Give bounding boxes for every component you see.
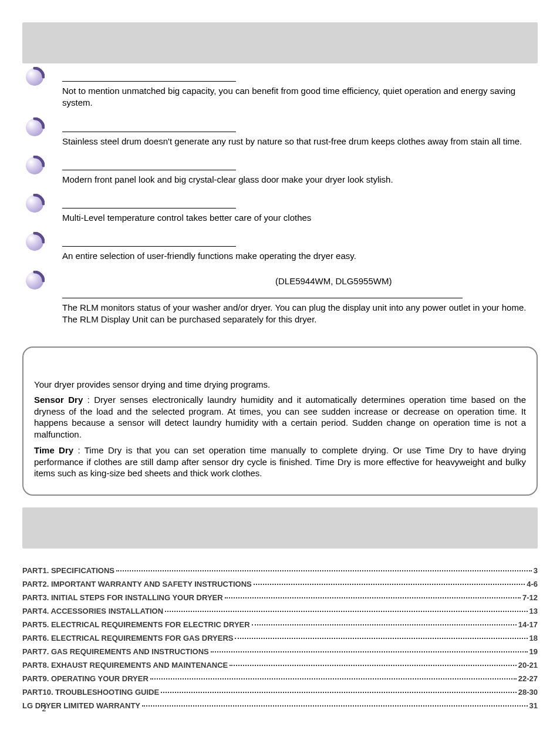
feature-body: Stainless steel drum doesn't generate an…: [62, 136, 538, 147]
toc-page: 13: [529, 607, 538, 615]
toc-page: 3: [534, 566, 538, 575]
toc-row: PART9. OPERATING YOUR DRYER22-27: [22, 674, 538, 683]
feature-row: Modern front panel look and big crystal-…: [62, 156, 538, 194]
toc-section-bar: [22, 507, 538, 549]
toc-page: 20-21: [518, 661, 538, 670]
toc-row: PART1. SPECIFICATIONS3: [22, 566, 538, 575]
drying-intro: Your dryer provides sensor drying and ti…: [34, 379, 526, 389]
sensor-dry-lead: Sensor Dry: [34, 395, 83, 405]
table-of-contents: PART1. SPECIFICATIONS3PART2. IMPORTANT W…: [22, 566, 538, 710]
toc-row: PART10. TROUBLESHOOTING GUIDE28-30: [22, 688, 538, 697]
bullet-icon: [25, 271, 45, 291]
toc-label: PART5. ELECTRICAL REQUIREMENTS FOR ELECT…: [22, 620, 250, 629]
feature-title-underline: [62, 72, 236, 82]
toc-row: LG DRYER LIMITED WARRANTY31: [22, 701, 538, 710]
features-list: Not to mention unmatched big capacity, y…: [22, 67, 538, 336]
bullet-icon: [25, 232, 45, 252]
time-dry-lead: Time Dry: [34, 445, 73, 455]
toc-page: 28-30: [518, 688, 538, 697]
feature-row: (DLE5944WM, DLG5955WM)The RLM monitors s…: [62, 271, 538, 334]
feature-body: Not to mention unmatched big capacity, y…: [62, 85, 538, 109]
bullet-icon: [25, 194, 45, 214]
toc-row: PART7. GAS REQUIREMENTS AND INSTRUCTIONS…: [22, 647, 538, 656]
toc-page: 7-12: [522, 593, 538, 602]
toc-page: 14-17: [518, 620, 538, 629]
features-section-bar: [22, 22, 538, 63]
feature-body: The RLM monitors status of your washer a…: [62, 302, 538, 326]
time-dry-body: : Time Dry is that you can set operation…: [34, 445, 526, 478]
toc-leader-dots: [161, 692, 517, 693]
drying-programs-box: Your dryer provides sensor drying and ti…: [22, 347, 538, 496]
toc-label: PART7. GAS REQUIREMENTS AND INSTRUCTIONS: [22, 647, 209, 656]
toc-label: PART1. SPECIFICATIONS: [22, 566, 114, 575]
toc-row: PART3. INITIAL STEPS FOR INSTALLING YOUR…: [22, 593, 538, 602]
feature-title-underline: [62, 288, 463, 298]
drying-sensor-para: Sensor Dry : Dryer senses electronically…: [34, 394, 526, 440]
sensor-dry-body: : Dryer senses electronically laundry hu…: [34, 395, 526, 439]
toc-page: 19: [529, 647, 538, 656]
toc-leader-dots: [254, 584, 525, 585]
page-number: 2: [42, 704, 46, 714]
toc-page: 22-27: [518, 674, 538, 683]
toc-page: 4-6: [527, 580, 538, 588]
toc-leader-dots: [225, 597, 521, 598]
feature-title-underline: [62, 122, 236, 132]
bullet-icon: [25, 67, 45, 87]
toc-leader-dots: [211, 651, 528, 652]
toc-row: PART4. ACCESSORIES INSTALLATION13: [22, 607, 538, 615]
toc-leader-dots: [252, 624, 517, 625]
feature-title-underline: [62, 160, 236, 170]
toc-leader-dots: [230, 665, 516, 666]
feature-body: An entire selection of user-friendly fun…: [62, 250, 538, 262]
feature-row: Stainless steel drum doesn't generate an…: [62, 117, 538, 156]
toc-row: PART8. EXHAUST REQUIREMENTS AND MAINTENA…: [22, 661, 538, 670]
drying-time-para: Time Dry : Time Dry is that you can set …: [34, 445, 526, 479]
feature-row: Multi-Level temperature control takes be…: [62, 194, 538, 232]
bullet-icon: [25, 156, 45, 176]
feature-body: Modern front panel look and big crystal-…: [62, 174, 538, 186]
toc-label: LG DRYER LIMITED WARRANTY: [22, 701, 140, 710]
toc-leader-dots: [142, 705, 528, 707]
toc-row: PART6. ELECTRICAL REQUIREMENTS FOR GAS D…: [22, 634, 538, 642]
feature-title-underline: [62, 237, 236, 247]
toc-leader-dots: [235, 638, 527, 639]
toc-page: 18: [529, 634, 538, 642]
feature-row: Not to mention unmatched big capacity, y…: [62, 67, 538, 117]
bullet-icon: [25, 117, 45, 137]
toc-leader-dots: [150, 678, 517, 679]
feature-title-underline: [62, 199, 236, 208]
feature-row: An entire selection of user-friendly fun…: [62, 232, 538, 270]
toc-label: PART4. ACCESSORIES INSTALLATION: [22, 607, 163, 615]
feature-right-note: (DLE5944WM, DLG5955WM): [275, 275, 538, 287]
toc-label: PART9. OPERATING YOUR DRYER: [22, 674, 149, 683]
toc-row: PART2. IMPORTANT WARRANTY AND SAFETY INS…: [22, 580, 538, 588]
feature-body: Multi-Level temperature control takes be…: [62, 212, 538, 224]
toc-label: PART3. INITIAL STEPS FOR INSTALLING YOUR…: [22, 593, 223, 602]
toc-label: PART2. IMPORTANT WARRANTY AND SAFETY INS…: [22, 580, 252, 588]
toc-label: PART6. ELECTRICAL REQUIREMENTS FOR GAS D…: [22, 634, 233, 642]
toc-row: PART5. ELECTRICAL REQUIREMENTS FOR ELECT…: [22, 620, 538, 629]
toc-label: PART10. TROUBLESHOOTING GUIDE: [22, 688, 159, 697]
toc-label: PART8. EXHAUST REQUIREMENTS AND MAINTENA…: [22, 661, 228, 670]
toc-page: 31: [529, 701, 538, 710]
toc-leader-dots: [165, 611, 528, 612]
toc-leader-dots: [116, 570, 532, 571]
